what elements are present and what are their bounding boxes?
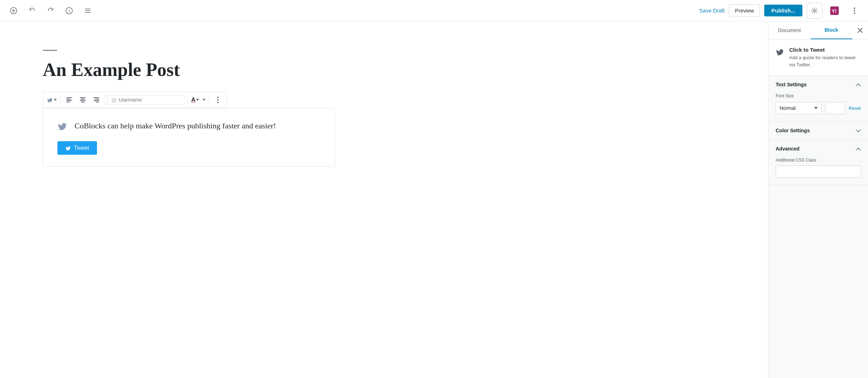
text-settings-title: Text Settings	[776, 82, 807, 87]
tab-block[interactable]: Block	[811, 21, 853, 39]
sidebar: Document Block Click to Tweet Add a quot…	[768, 21, 868, 378]
block-type-group	[45, 93, 58, 106]
publish-button[interactable]: Publish...	[764, 5, 802, 16]
svg-rect-16	[66, 99, 71, 99]
svg-rect-17	[66, 100, 72, 101]
svg-point-27	[217, 97, 219, 98]
color-settings-title: Color Settings	[776, 128, 810, 133]
css-class-label: Additional CSS Class	[776, 158, 861, 163]
svg-point-14	[854, 12, 855, 14]
advanced-toggle-icon	[856, 145, 861, 152]
toolbar-right: Save Draft Preview Publish... Y!	[699, 3, 862, 19]
more-options-button[interactable]	[847, 3, 862, 19]
font-size-label: Font Size	[776, 93, 861, 98]
post-separator	[43, 50, 57, 51]
tweet-block: CoBlocks can help make WordPres publishi…	[43, 108, 335, 167]
svg-point-13	[854, 10, 855, 11]
tweet-bird-decorative-icon	[57, 121, 67, 133]
svg-point-9	[814, 10, 816, 11]
svg-rect-19	[80, 97, 86, 98]
svg-rect-20	[81, 99, 85, 99]
svg-point-29	[217, 102, 219, 103]
toolbar-separator-1	[60, 95, 61, 105]
toolbar-left	[6, 3, 699, 19]
username-input[interactable]	[119, 97, 181, 103]
svg-rect-22	[81, 102, 85, 102]
toolbar-separator-4	[209, 95, 209, 105]
block-type-button[interactable]	[45, 93, 58, 106]
svg-rect-24	[95, 99, 99, 99]
align-center-button[interactable]	[76, 93, 89, 106]
at-icon: @	[111, 97, 117, 103]
advanced-panel-header[interactable]: Advanced	[769, 140, 868, 158]
tab-document[interactable]: Document	[769, 22, 811, 39]
align-group	[63, 93, 103, 106]
text-format-group: A	[190, 93, 207, 106]
advanced-panel-body: Additional CSS Class	[769, 158, 868, 185]
block-info-panel: Click to Tweet Add a quote for readers t…	[769, 40, 868, 76]
block-info-icon	[776, 47, 784, 57]
redo-button[interactable]	[43, 3, 58, 19]
font-color-button[interactable]: A	[190, 93, 200, 106]
color-settings-toggle-icon	[856, 127, 861, 134]
text-settings-toggle-icon	[856, 81, 861, 88]
toolbar-separator-3	[187, 95, 188, 105]
undo-button[interactable]	[24, 3, 40, 19]
block-info-title: Click to Tweet	[789, 47, 861, 53]
advanced-panel: Advanced Additional CSS Class	[769, 140, 868, 185]
block-more-options-button[interactable]	[211, 93, 224, 106]
color-settings-panel-header[interactable]: Color Settings	[769, 122, 868, 139]
sidebar-header: Document Block	[769, 21, 868, 40]
block-navigation-button[interactable]	[80, 3, 96, 19]
text-settings-panel: Text Settings Font Size Normal Small Lar…	[769, 76, 868, 122]
post-title[interactable]: An Example Post	[43, 59, 725, 80]
svg-rect-15	[66, 97, 72, 98]
info-button[interactable]	[61, 3, 77, 19]
block-toolbar: @ A	[43, 92, 227, 108]
main-layout: An Example Post	[0, 21, 868, 378]
svg-rect-18	[66, 102, 70, 102]
align-right-button[interactable]	[90, 93, 103, 106]
tweet-button[interactable]: Tweet	[57, 141, 97, 155]
advanced-title: Advanced	[776, 146, 800, 152]
svg-rect-26	[96, 102, 99, 102]
yoast-button[interactable]: Y!	[827, 3, 842, 19]
font-size-custom-input[interactable]	[825, 102, 845, 114]
preview-button[interactable]: Preview	[729, 4, 760, 17]
svg-rect-21	[80, 100, 86, 101]
svg-point-12	[854, 7, 855, 9]
username-input-wrapper: @	[107, 95, 185, 105]
svg-point-4	[69, 9, 70, 10]
add-block-button[interactable]	[6, 3, 21, 19]
color-settings-panel: Color Settings	[769, 122, 868, 140]
svg-text:Y!: Y!	[832, 8, 837, 14]
more-format-button[interactable]	[201, 93, 207, 106]
font-color-label: A	[191, 97, 195, 103]
block-info-description: Add a quote for readers to tweet via Twi…	[789, 54, 861, 68]
tweet-text[interactable]: CoBlocks can help make WordPres publishi…	[75, 120, 276, 132]
editor-area[interactable]: An Example Post	[0, 21, 768, 378]
svg-rect-23	[93, 97, 99, 98]
sidebar-close-button[interactable]	[852, 22, 868, 38]
top-toolbar: Save Draft Preview Publish... Y!	[0, 0, 868, 21]
tweet-btn-label: Tweet	[74, 145, 89, 151]
tweet-content: CoBlocks can help make WordPres publishi…	[57, 120, 321, 133]
text-settings-panel-body: Font Size Normal Small Large Larger Rese…	[769, 93, 868, 121]
font-size-select[interactable]: Normal Small Large Larger	[776, 102, 822, 114]
align-left-button[interactable]	[63, 93, 76, 106]
font-size-reset-button[interactable]: Reset	[849, 106, 861, 111]
css-class-input[interactable]	[776, 165, 861, 178]
text-settings-panel-header[interactable]: Text Settings	[769, 76, 868, 93]
font-size-row: Normal Small Large Larger Reset	[776, 102, 861, 114]
svg-rect-25	[93, 100, 99, 101]
toolbar-separator-2	[105, 95, 105, 105]
save-draft-button[interactable]: Save Draft	[699, 7, 725, 14]
block-info-text: Click to Tweet Add a quote for readers t…	[789, 47, 861, 68]
svg-point-28	[217, 99, 219, 101]
settings-button[interactable]	[807, 3, 822, 19]
